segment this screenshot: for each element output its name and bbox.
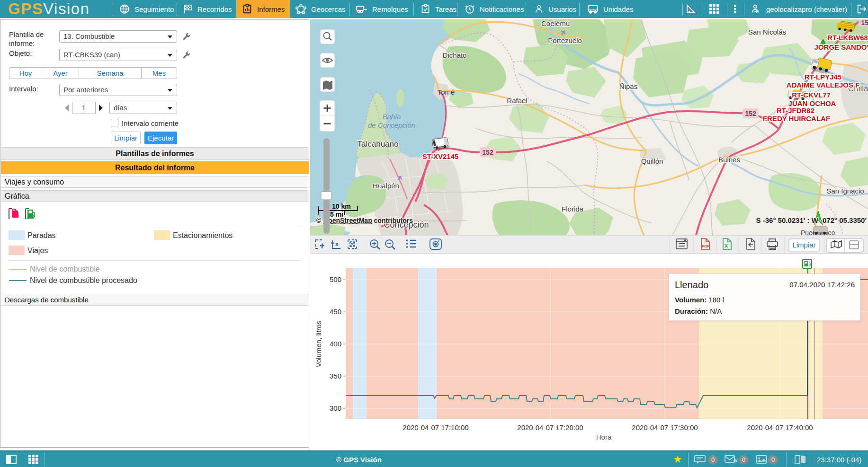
svg-text:RT-JFDR82: RT-JFDR82 (777, 106, 814, 115)
svg-text:10 km: 10 km (332, 203, 351, 210)
svg-text:San Ignacio: San Ignacio (826, 187, 864, 195)
svg-text:ADAIME VALLEJOS F: ADAIME VALLEJOS F (787, 81, 860, 89)
svg-text:Bulnes: Bulnes (718, 156, 740, 164)
svg-text:Hualpén: Hualpén (373, 182, 399, 190)
svg-text:2020-04-07 17:20:00: 2020-04-07 17:20:00 (517, 423, 583, 432)
svg-text:Volumen, litros: Volumen, litros (314, 321, 322, 367)
svg-text:500: 500 (330, 275, 341, 283)
svg-text:Bahía: Bahía (382, 113, 401, 121)
svg-text:Portezuelo: Portezuelo (548, 36, 582, 44)
svg-text:Limpiar: Limpiar (792, 241, 815, 249)
svg-text:Ñipas: Ñipas (619, 82, 637, 90)
svg-text:350: 350 (330, 372, 341, 380)
svg-text:Dichato: Dichato (443, 51, 467, 59)
svg-text:RT-LPYJ45: RT-LPYJ45 (805, 73, 841, 81)
svg-text:Hora: Hora (596, 433, 612, 441)
svg-text:de Concepción: de Concepción (368, 121, 415, 129)
svg-text:S -36° 50.0231' : W -072° 05.3: S -36° 50.0231' : W -072° 05.3350' (756, 216, 867, 224)
svg-text:Quillón: Quillón (641, 157, 663, 165)
svg-text:PDF: PDF (702, 244, 709, 248)
svg-text:Rafael: Rafael (507, 97, 527, 105)
svg-text:Talcahuano: Talcahuano (358, 140, 399, 149)
svg-text:400: 400 (330, 340, 341, 348)
svg-text:x: x (335, 241, 339, 247)
svg-text:2020-04-07 17:30:00: 2020-04-07 17:30:00 (632, 423, 698, 432)
svg-text:152: 152 (745, 110, 756, 117)
svg-text:ST-XV2145: ST-XV2145 (422, 152, 459, 160)
svg-text:Coelemu: Coelemu (541, 19, 570, 27)
svg-text:450: 450 (330, 308, 341, 316)
svg-text:JORGE SANDOV: JORGE SANDOV (814, 43, 868, 51)
svg-text:RT-CKVL77: RT-CKVL77 (792, 91, 831, 99)
svg-text:© OpenStreetMap contributors: © OpenStreetMap contributors (316, 217, 413, 224)
svg-text:152: 152 (861, 19, 868, 26)
svg-text:152: 152 (482, 149, 493, 156)
svg-text:San Nicolás: San Nicolás (748, 28, 786, 36)
svg-text:Florida: Florida (562, 205, 584, 213)
svg-text:Tomé: Tomé (438, 88, 455, 96)
svg-text:x: x (725, 242, 728, 249)
svg-text:RT-LKBW68: RT-LKBW68 (827, 34, 868, 42)
svg-text:2020-04-07 17:40:00: 2020-04-07 17:40:00 (747, 423, 813, 432)
svg-text:2020-04-07 17:10:00: 2020-04-07 17:10:00 (403, 423, 468, 432)
svg-text:300: 300 (330, 404, 341, 412)
svg-text:FREDY HUIRCALAF: FREDY HUIRCALAF (763, 115, 830, 123)
